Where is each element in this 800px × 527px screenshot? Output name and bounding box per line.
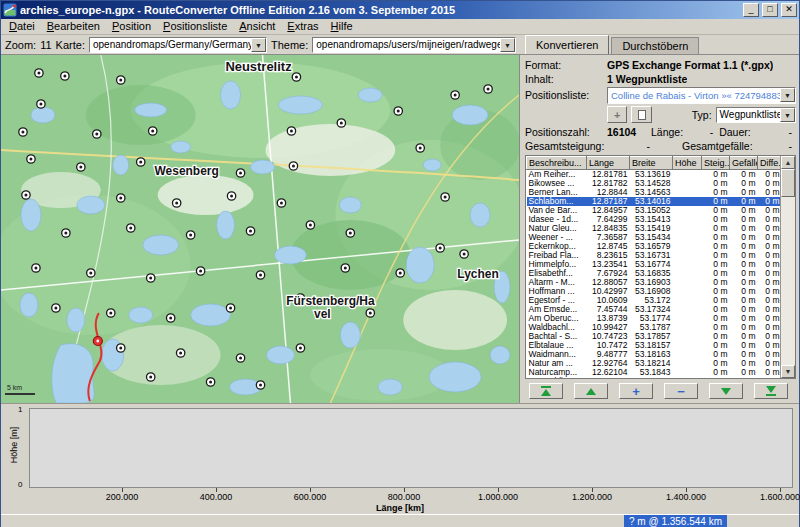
scrollbar-thumb[interactable] <box>781 169 795 197</box>
scroll-up-button[interactable]: ▲ <box>781 156 795 169</box>
waypoint-marker[interactable] <box>394 107 402 115</box>
position-row[interactable]: Himmelpfo...13.2354153.167740 m0 m0 m <box>527 260 782 269</box>
menu-hilfe[interactable]: Hilfe <box>325 19 359 34</box>
scroll-down-button[interactable]: ▼ <box>781 365 795 378</box>
menu-datei[interactable]: Datei <box>3 19 41 34</box>
new-positionlist-button[interactable]: + <box>607 106 627 123</box>
position-row[interactable]: Bikowsee ...12.8178253.145280 m0 m0 m <box>527 179 782 188</box>
waypoint-marker[interactable] <box>117 76 125 84</box>
chevron-down-icon[interactable]: ▼ <box>780 88 795 102</box>
waypoint-marker[interactable] <box>277 199 285 207</box>
waypoint-marker[interactable] <box>289 162 297 170</box>
copy-positionlist-button[interactable] <box>631 106 651 123</box>
map-select[interactable]: openandromaps/Germany/Germany_... ▼ <box>89 37 267 53</box>
position-row[interactable]: Bachtal - S...10.7472353.178570 m0 m0 m <box>527 332 782 341</box>
move-to-top-button[interactable] <box>529 383 563 399</box>
waypoint-marker[interactable] <box>460 250 468 258</box>
chevron-down-icon[interactable]: ▼ <box>500 38 515 52</box>
position-row[interactable]: Freibad Fla...8.2361553.167310 m0 m0 m <box>527 251 782 260</box>
position-row[interactable]: Elbtalaue ...10.747253.181570 m0 m0 m <box>527 341 782 350</box>
position-row[interactable]: Van de Bar...12.8495753.150520 m0 m0 m <box>527 206 782 215</box>
waypoint-marker[interactable] <box>147 373 155 381</box>
waypoint-marker[interactable] <box>236 354 244 362</box>
waypoint-marker[interactable] <box>107 309 115 317</box>
waypoint-marker[interactable] <box>341 264 349 272</box>
typ-select[interactable]: Wegpunktliste ▼ <box>716 107 796 123</box>
menu-position[interactable]: Position <box>106 19 157 34</box>
waypoint-marker[interactable] <box>149 127 157 135</box>
table-scrollbar[interactable]: ▲ ▼ <box>780 156 795 378</box>
elevation-plot-area[interactable] <box>29 408 793 488</box>
waypoint-marker[interactable] <box>451 91 459 99</box>
column-header[interactable]: Beschreibu... <box>527 157 587 170</box>
waypoint-marker[interactable] <box>87 269 95 277</box>
waypoint-marker[interactable] <box>77 163 85 171</box>
waypoint-marker[interactable] <box>287 127 295 135</box>
waypoint-marker[interactable] <box>246 227 254 235</box>
waypoint-marker[interactable] <box>127 224 135 232</box>
waypoint-marker[interactable] <box>206 378 214 386</box>
chevron-down-icon[interactable]: ▼ <box>251 38 266 52</box>
remove-position-button[interactable]: − <box>664 383 698 399</box>
menu-ansicht[interactable]: Ansicht <box>233 19 281 34</box>
tab-konvertieren[interactable]: Konvertieren <box>525 35 609 54</box>
waypoint-marker[interactable] <box>166 314 174 322</box>
position-row[interactable]: Berner Lan...12.884453.145630 m0 m0 m <box>527 188 782 197</box>
column-header[interactable]: Diffe... <box>758 157 782 170</box>
minimize-button[interactable]: _ <box>743 3 759 17</box>
position-row[interactable]: Idasee - 1d...7.6429953.154130 m0 m0 m <box>527 215 782 224</box>
waypoint-marker[interactable] <box>227 192 235 200</box>
position-row[interactable]: Waldbachl...10.9942753.17870 m0 m0 m <box>527 323 782 332</box>
move-to-bottom-button[interactable] <box>754 383 788 399</box>
position-row[interactable]: Natur Gleu...12.8483553.154190 m0 m0 m <box>527 224 782 233</box>
waypoint-marker[interactable] <box>52 304 60 312</box>
waypoint-marker[interactable] <box>117 194 125 202</box>
position-row[interactable]: Hoffmann ...10.4299753.169080 m0 m0 m <box>527 287 782 296</box>
waypoint-marker[interactable] <box>37 100 45 108</box>
add-position-button[interactable]: + <box>619 383 653 399</box>
maximize-button[interactable]: □ <box>762 3 778 17</box>
waypoint-marker[interactable] <box>27 155 35 163</box>
position-row[interactable]: Schlabom...12.8718753.140160 m0 m0 m <box>527 197 782 206</box>
position-row[interactable]: Am Emsde...7.4574453.173240 m0 m0 m <box>527 305 782 314</box>
waypoint-marker[interactable] <box>346 229 354 237</box>
position-row[interactable]: Am Oberuc...13.873953.17740 m0 m0 m <box>527 314 782 323</box>
waypoint-marker[interactable] <box>396 269 404 277</box>
position-row[interactable]: Eckernkop...12.874553.165790 m0 m0 m <box>527 242 782 251</box>
waypoint-marker[interactable] <box>137 158 145 166</box>
waypoint-marker[interactable] <box>484 85 492 93</box>
move-down-button[interactable] <box>709 383 743 399</box>
selected-position-marker[interactable] <box>93 337 102 346</box>
titlebar[interactable]: archies_europe-n.gpx - RouteConverter Of… <box>1 1 799 19</box>
position-row[interactable]: Naturcamp...12.6210453.18430 m0 m0 m <box>527 368 782 377</box>
theme-select[interactable]: openandromaps/users/mijneigen/radwege...… <box>312 37 516 53</box>
column-header[interactable]: Gefälle <box>730 157 758 170</box>
waypoint-marker[interactable] <box>22 191 30 199</box>
column-header[interactable]: Höhe <box>673 157 702 170</box>
menu-extras[interactable]: Extras <box>281 19 324 34</box>
waypoint-marker[interactable] <box>61 72 69 80</box>
waypoint-marker[interactable] <box>226 304 234 312</box>
close-button[interactable]: ✕ <box>781 3 797 17</box>
waypoint-marker[interactable] <box>441 193 449 201</box>
positionsliste-select[interactable]: Colline de Rabais - Virton »« 7247948831… <box>607 87 796 104</box>
waypoint-marker[interactable] <box>416 144 424 152</box>
waypoint-marker[interactable] <box>117 344 125 352</box>
waypoint-marker[interactable] <box>256 381 264 389</box>
menu-bearbeiten[interactable]: Bearbeiten <box>41 19 106 34</box>
tab-durchstoebern[interactable]: Durchstöbern <box>611 37 699 54</box>
position-row[interactable]: Natur am ...12.9276453.182140 m0 m0 m <box>527 359 782 368</box>
waypoint-marker[interactable] <box>306 221 314 229</box>
column-header[interactable]: Steig... <box>702 157 730 170</box>
waypoint-marker[interactable] <box>186 231 194 239</box>
position-row[interactable]: Egestorf - ...10.060953.1720 m0 m0 m <box>527 296 782 305</box>
position-row[interactable]: Altarm - M...12.8805753.169030 m0 m0 m <box>527 278 782 287</box>
waypoint-marker[interactable] <box>436 244 444 252</box>
waypoint-marker[interactable] <box>337 119 345 127</box>
move-up-button[interactable] <box>574 383 608 399</box>
column-header[interactable]: Breite <box>630 157 673 170</box>
position-row[interactable]: Am Roblins...13.130953.187270 m0 m0 m <box>527 377 782 379</box>
position-row[interactable]: Weener - ...7.3658753.154340 m0 m0 m <box>527 233 782 242</box>
chevron-down-icon[interactable]: ▼ <box>780 108 795 122</box>
position-row[interactable]: Elisabethf...7.6792453.168350 m0 m0 m <box>527 269 782 278</box>
